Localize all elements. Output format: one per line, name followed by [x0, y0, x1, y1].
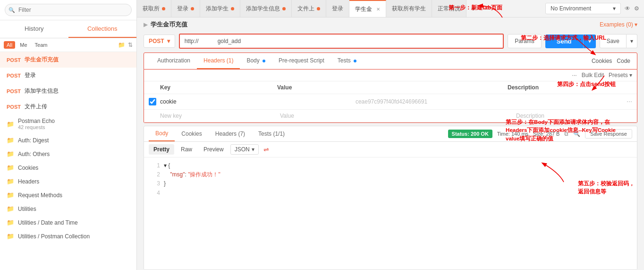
new-key-input[interactable]: New key — [160, 113, 276, 119]
tab-getall[interactable]: 获取所有学生 — [386, 0, 432, 17]
resp-tab-headers[interactable]: Headers (7) — [209, 127, 252, 141]
sidebar-tab-history[interactable]: History — [0, 20, 68, 38]
sidebar-item-1[interactable]: POST 登录 — [0, 68, 136, 83]
tab-addinfo[interactable]: 添加学生信息 — [240, 0, 292, 17]
bulk-edit-button[interactable]: Bulk Edit — [582, 72, 604, 78]
json-line-2: 2 "msg": "操作成功！" — [151, 170, 630, 179]
body-tab-label: Body — [246, 57, 259, 64]
status-badge: Status: 200 OK — [448, 130, 492, 138]
sidebar-folder-headers[interactable]: 📁 Headers — [0, 174, 136, 188]
send-dropdown-button[interactable]: ▾ — [583, 35, 596, 48]
request-tabs: Authorization Headers (1) Body Pre-reque… — [144, 52, 637, 70]
resp-tab-cookies[interactable]: Cookies — [175, 127, 208, 141]
req-tab-headers[interactable]: Headers (1) — [197, 53, 240, 69]
env-eye-icon[interactable]: 👁 — [625, 5, 630, 12]
sidebar-item-0[interactable]: POST 学生金币充值 — [0, 52, 136, 68]
tab-login[interactable]: 登录 — [171, 0, 200, 17]
method-badge-0: POST — [7, 57, 22, 63]
req-tab-prereq[interactable]: Pre-request Script — [272, 53, 331, 69]
subtab-all[interactable]: All — [4, 41, 15, 49]
req-tab-auth[interactable]: Authorization — [151, 53, 197, 69]
sidebar-folder-utilities-postman[interactable]: 📁 Utilities / Postman Collection — [0, 229, 136, 243]
env-gear-icon[interactable]: ⚙ — [634, 5, 639, 12]
tab-add[interactable]: 添加学生 — [200, 0, 240, 17]
sidebar-item-2[interactable]: POST 添加学生信息 — [0, 83, 136, 99]
sidebar-folder-echo[interactable]: 📁 Postman Echo 42 requests — [0, 114, 136, 133]
req-extra-tabs: Cookies Code — [592, 58, 630, 64]
subtab-team[interactable]: Team — [32, 41, 51, 49]
tab-dot-login — [191, 7, 194, 10]
format-select[interactable]: JSON ▾ — [230, 144, 259, 155]
body-tab-dot — [263, 60, 265, 62]
subtab-icons: 📁 ⇅ — [118, 42, 133, 48]
save-dropdown-button[interactable]: ▾ — [627, 34, 637, 48]
fmt-tab-preview[interactable]: Preview — [199, 144, 229, 155]
sidebar: 🔍 History Collections All Me Team 📁 ⇅ PO… — [0, 0, 137, 270]
tab-label-gold: 学生金 — [355, 5, 372, 13]
folder-name-others: Auth: Others — [18, 151, 50, 157]
tab-dot-add — [231, 7, 234, 10]
tab-get[interactable]: 获取所 — [137, 0, 171, 17]
tab-close-gold[interactable]: ✕ — [376, 7, 380, 12]
copy-icon[interactable]: ⧉ — [564, 131, 568, 137]
bulk-actions-icon[interactable]: ··· — [572, 72, 577, 78]
sidebar-folder-utilities[interactable]: 📁 Utilities — [0, 202, 136, 216]
req-tab-tests[interactable]: Tests — [331, 53, 363, 69]
sidebar-folder-others[interactable]: 📁 Auth: Others — [0, 147, 136, 161]
env-select[interactable]: No Environment ▾ — [545, 3, 621, 14]
cookies-tab[interactable]: Cookies — [592, 58, 612, 64]
save-button[interactable]: Save — [600, 34, 627, 48]
method-label: POST — [149, 38, 164, 44]
key-column-label: Key — [160, 84, 273, 91]
new-value-input[interactable]: Value — [280, 113, 512, 119]
sidebar-folder-cookies[interactable]: 📁 Cookies — [0, 161, 136, 174]
url-input[interactable] — [179, 34, 504, 49]
filter-input[interactable] — [5, 4, 132, 16]
send-button[interactable]: Send — [545, 35, 583, 48]
fmt-tab-raw[interactable]: Raw — [176, 144, 197, 155]
resp-tab-tests[interactable]: Tests (1/1) — [252, 127, 291, 141]
json-content-1: ▾ { — [164, 161, 170, 170]
sort-icon[interactable]: ⇅ — [128, 42, 133, 48]
header-row-actions-0[interactable]: ⋯ — [627, 98, 632, 105]
folder-name-utilities: Utilities — [18, 206, 36, 212]
fmt-tab-pretty[interactable]: Pretty — [149, 144, 174, 155]
sidebar-folder-digest[interactable]: 📁 Auth: Digest — [0, 133, 136, 147]
new-desc-input[interactable]: Description — [516, 113, 632, 119]
sidebar-item-3[interactable]: POST 文件上传 — [0, 99, 136, 114]
tab-normal[interactable]: 正常情况 — [432, 0, 466, 17]
presets-button[interactable]: Presets ▾ — [609, 72, 632, 78]
new-collection-icon[interactable]: 📁 — [118, 42, 125, 48]
search-icon[interactable]: 🔍 — [573, 131, 580, 137]
params-button[interactable]: Params — [508, 34, 541, 48]
tab-label-add: 添加学生 — [206, 5, 229, 13]
tab-label-get: 获取所 — [143, 5, 160, 13]
item-name-2: 添加学生信息 — [25, 87, 59, 95]
filter-wrap: 🔍 — [5, 4, 132, 16]
save-response-button[interactable]: Save Response — [585, 129, 632, 139]
json-output: 1 ▾ { 2 "msg": "操作成功！" 3 } 4 — [144, 157, 637, 270]
wrap-icon[interactable]: ⇌ — [263, 146, 269, 153]
env-chevron-icon: ▾ — [613, 5, 616, 12]
subtab-me[interactable]: Me — [17, 41, 30, 49]
tab-label-getall: 获取所有学生 — [392, 5, 426, 13]
req-tab-body[interactable]: Body — [240, 53, 272, 69]
header-check-0[interactable] — [149, 98, 156, 105]
folder-icon-methods: 📁 — [7, 192, 14, 199]
headers-section: ··· Bulk Edit Presets ▾ Key Value Descri… — [144, 70, 637, 123]
folder-icon-utilities: 📁 — [7, 205, 14, 212]
tab-gold[interactable]: 学生金 ✕ — [349, 0, 386, 17]
code-tab[interactable]: Code — [617, 58, 630, 64]
sidebar-tab-collections[interactable]: Collections — [68, 20, 137, 38]
tab-more-button[interactable]: ··· — [480, 2, 493, 15]
examples-button[interactable]: Examples (0) ▾ — [600, 21, 637, 28]
sidebar-folder-utilities-date[interactable]: 📁 Utilities / Date and Time — [0, 216, 136, 229]
folder-label-echo: Postman Echo 42 requests — [18, 118, 55, 130]
item-name-1: 登录 — [25, 71, 36, 79]
method-select[interactable]: POST ▾ — [144, 35, 175, 48]
resp-tab-body[interactable]: Body — [149, 126, 175, 141]
sidebar-folder-methods[interactable]: 📁 Request Methods — [0, 188, 136, 202]
tab-add-button[interactable]: + — [466, 1, 480, 16]
tab-login2[interactable]: 登录 — [326, 0, 349, 17]
tab-file[interactable]: 文件上 — [292, 0, 326, 17]
